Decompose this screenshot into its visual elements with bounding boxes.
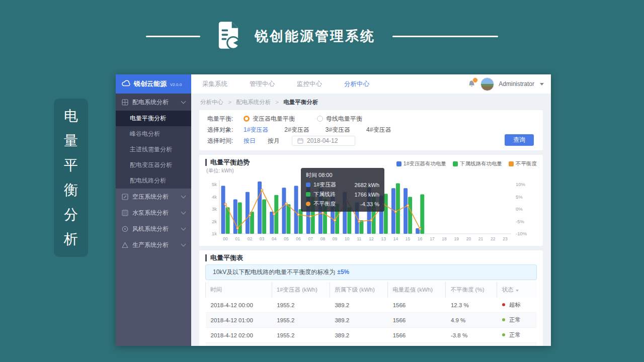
cell-time: 2018-4-12 03:00 bbox=[206, 343, 272, 346]
bar-feeder-05[interactable] bbox=[286, 204, 290, 234]
sidebar-group-fan[interactable]: 风机系统分析 bbox=[116, 221, 191, 237]
cell-transformer: 1955.2 bbox=[272, 313, 330, 328]
table-row: 2018-4-12 00:00 1955.2 389.2 1566 12.3 %… bbox=[206, 298, 537, 313]
nav-item-analysis[interactable]: 分析中心 bbox=[344, 80, 369, 88]
imbalance-point-15[interactable] bbox=[407, 205, 409, 207]
bar-transformer-05[interactable] bbox=[282, 188, 286, 234]
x-axis-tick-17: 17 bbox=[430, 236, 435, 241]
cloud-icon bbox=[121, 79, 131, 88]
bar-transformer-00[interactable] bbox=[221, 186, 225, 234]
imbalance-point-08[interactable] bbox=[321, 212, 324, 214]
x-axis-tick-11: 11 bbox=[357, 236, 362, 241]
sidebar-group-distribution[interactable]: 配电系统分析 bbox=[116, 94, 191, 111]
balance-table: 时间 1#变压器 (kWh) 所属下级 (kWh) 电量差值 (kWh) 不平衡… bbox=[205, 282, 537, 346]
sidebar-item-power-balance[interactable]: 电量平衡分析 bbox=[116, 111, 191, 126]
status-dot bbox=[502, 318, 505, 321]
col-subordinate: 所属下级 (kWh) bbox=[330, 282, 387, 298]
title-left-line bbox=[146, 36, 200, 37]
nav-item-management[interactable]: 管理中心 bbox=[250, 80, 275, 88]
nav-item-monitoring[interactable]: 监控中心 bbox=[297, 80, 322, 88]
tab-by-month[interactable]: 按月 bbox=[268, 137, 280, 145]
x-axis-tick-15: 15 bbox=[406, 236, 411, 241]
tooltip-marker-blue bbox=[306, 183, 310, 187]
radio-busbar-balance-label[interactable]: 母线电量平衡 bbox=[326, 115, 362, 123]
bar-feeder-03[interactable] bbox=[262, 199, 266, 234]
imbalance-point-14[interactable] bbox=[394, 211, 396, 213]
object-transformer-3[interactable]: 3#变压器 bbox=[326, 126, 350, 134]
radio-transformer-balance[interactable] bbox=[244, 116, 250, 122]
water-pump-icon bbox=[122, 210, 128, 216]
sidebar-group-production[interactable]: 生产系统分析 bbox=[116, 237, 191, 253]
object-transformer-4[interactable]: 4#变压器 bbox=[366, 126, 391, 134]
breadcrumb-distribution[interactable]: 配电系统分析 bbox=[236, 99, 271, 105]
bar-transformer-06[interactable] bbox=[294, 186, 298, 234]
nav-item-collection[interactable]: 采集系统 bbox=[202, 80, 227, 88]
imbalance-point-09[interactable] bbox=[334, 219, 336, 221]
bar-feeder-15[interactable] bbox=[408, 197, 412, 234]
sidebar: 锐创云能源 V2.0.0 配电系统分析 电量平衡分析 峰谷电分析 主进线需量分析… bbox=[116, 74, 191, 346]
user-menu-caret-icon[interactable] bbox=[540, 83, 544, 85]
y-axis-tick: 1k bbox=[212, 231, 217, 236]
imbalance-point-11[interactable] bbox=[358, 221, 360, 223]
cell-subordinate: 389.2 bbox=[330, 343, 387, 346]
x-axis-tick-16: 16 bbox=[418, 236, 423, 241]
query-button[interactable]: 查询 bbox=[505, 134, 534, 146]
bar-feeder-14[interactable] bbox=[396, 184, 400, 234]
imbalance-point-01[interactable] bbox=[236, 227, 238, 229]
cell-difference: 1566 bbox=[388, 313, 446, 328]
breadcrumb-analysis[interactable]: 分析中心 bbox=[200, 99, 223, 105]
legend-imbalance[interactable]: 不平衡度 bbox=[509, 160, 537, 167]
sidebar-item-feeder[interactable]: 配电线路分析 bbox=[116, 173, 191, 189]
chart-tooltip: 时间 08:00 1#变压器2682 kWh 下属线路1766 kWh 不平衡度… bbox=[301, 168, 384, 212]
chevron-down-icon bbox=[181, 226, 186, 231]
imbalance-point-00[interactable] bbox=[224, 203, 226, 205]
legend-feeder[interactable]: 下属线路有功电量 bbox=[453, 160, 502, 167]
right-axis-tick: -5% bbox=[516, 219, 524, 224]
legend-swatch-green bbox=[453, 161, 458, 166]
cell-status: 正常 bbox=[497, 313, 537, 328]
avatar[interactable] bbox=[480, 77, 494, 91]
bar-transformer-15[interactable] bbox=[404, 188, 408, 234]
chart-panel: 电量平衡趋势 1#变压器有功电量 下属线路有功电量 不平衡度 (单位: kWh)… bbox=[199, 155, 543, 246]
tab-by-day[interactable]: 按日 bbox=[244, 137, 256, 145]
cell-imbalance: 4.9 % bbox=[446, 313, 497, 328]
imbalance-point-04[interactable] bbox=[273, 213, 275, 215]
object-transformer-1[interactable]: 1#变压器 bbox=[244, 126, 268, 134]
filter-panel: 电量平衡: 变压器电量平衡 母线电量平衡 选择对象: 1#变压器 2#变压器 3… bbox=[199, 110, 543, 150]
imbalance-point-07[interactable] bbox=[309, 216, 311, 218]
sidebar-item-peak-valley[interactable]: 峰谷电分析 bbox=[116, 126, 191, 142]
production-icon bbox=[122, 242, 128, 248]
sidebar-group-water-pump[interactable]: 水泵系统分析 bbox=[116, 205, 191, 221]
notification-badge bbox=[472, 77, 478, 83]
calendar-icon bbox=[297, 138, 303, 144]
sidebar-item-main-demand[interactable]: 主进线需量分析 bbox=[116, 142, 191, 157]
main-area: 采集系统 管理中心 监控中心 分析中心 Administrator 分析中心 >… bbox=[191, 74, 551, 346]
cell-time: 2018-4-12 01:00 bbox=[206, 313, 272, 328]
sidebar-item-transformer[interactable]: 配电变压器分析 bbox=[116, 157, 191, 173]
status-filter-icon[interactable] bbox=[516, 290, 519, 292]
right-axis-tick: -10% bbox=[516, 231, 527, 236]
object-transformer-2[interactable]: 2#变压器 bbox=[284, 126, 309, 134]
col-status: 状态 bbox=[497, 282, 537, 298]
radio-busbar-balance[interactable] bbox=[317, 116, 323, 122]
logo-version: V2.0.0 bbox=[170, 82, 182, 87]
tooltip-marker-orange bbox=[306, 202, 310, 206]
bar-transformer-02[interactable] bbox=[246, 192, 250, 234]
sidebar-group-air-compressor[interactable]: 空压系统分析 bbox=[116, 189, 191, 205]
notification-bell-icon[interactable] bbox=[468, 80, 476, 88]
imbalance-point-02[interactable] bbox=[249, 214, 251, 216]
x-axis-tick-23: 23 bbox=[503, 236, 508, 241]
username[interactable]: Administrator bbox=[499, 80, 534, 87]
standard-notice: 10kV及以下配电线路的电量不平衡度的标准为±5% bbox=[205, 264, 537, 280]
imbalance-point-05[interactable] bbox=[285, 203, 287, 205]
imbalance-point-03[interactable] bbox=[261, 189, 263, 191]
col-difference: 电量差值 (kWh) bbox=[388, 282, 446, 298]
top-nav-right: Administrator bbox=[468, 77, 544, 91]
date-picker[interactable]: 2018-04-12 bbox=[292, 136, 355, 146]
imbalance-point-16[interactable] bbox=[419, 228, 421, 230]
bar-feeder-06[interactable] bbox=[299, 209, 303, 234]
radio-transformer-balance-label[interactable]: 变压器电量平衡 bbox=[253, 115, 295, 123]
legend-transformer[interactable]: 1#变压器有功电量 bbox=[396, 160, 446, 167]
imbalance-point-12[interactable] bbox=[370, 219, 372, 221]
imbalance-point-06[interactable] bbox=[297, 214, 299, 216]
